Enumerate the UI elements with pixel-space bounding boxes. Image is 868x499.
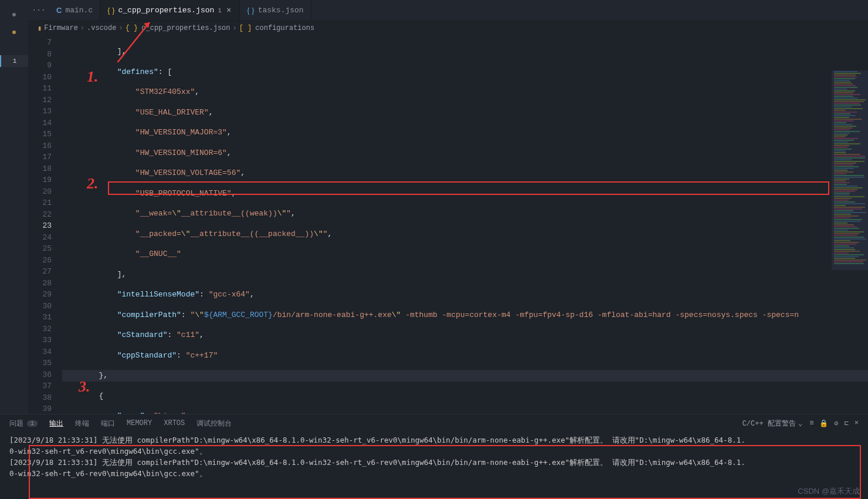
tab-main-c[interactable]: C main.c — [49, 0, 100, 21]
panel-tab-debug[interactable]: 调试控制台 — [196, 419, 232, 429]
panel-tab-problems[interactable]: 问题 1 — [9, 419, 38, 429]
open-editor-indicator[interactable]: 1 — [0, 55, 28, 67]
panel-tab-terminal[interactable]: 终端 — [75, 419, 89, 429]
breadcrumb-item[interactable]: configurations — [255, 24, 314, 32]
annotation-3: 3. — [79, 378, 90, 396]
output-channel-dropdown[interactable]: C/C++ 配置警告 ⌄ — [742, 419, 802, 429]
panel-tabs: 问题 1 输出 终端 端口 MEMORY XRTOS 调试控制台 C/C++ 配… — [0, 414, 868, 432]
json-icon: { } — [247, 6, 254, 15]
minimap[interactable] — [832, 70, 868, 270]
output-line: 0-win32-seh-rt_v6-rev0\mingw64\bin\gcc.e… — [9, 446, 859, 457]
breadcrumb-item[interactable]: c_cpp_properties.json — [141, 24, 230, 32]
panel-tab-ports[interactable]: 端口 — [101, 419, 115, 429]
output-content[interactable]: [2023/9/18 21:33:31] 无法使用 compilerPath"D… — [0, 432, 868, 499]
breadcrumb-item[interactable]: Firmware — [44, 24, 78, 32]
array-icon: [ ] — [239, 24, 252, 32]
tab-badge: 1 — [218, 7, 222, 14]
breadcrumb-item[interactable]: .vscode — [87, 24, 116, 32]
panel-tab-memory[interactable]: MEMORY — [127, 419, 152, 427]
c-icon: C — [56, 6, 62, 15]
activity-indicator — [12, 31, 16, 34]
tab-tasks-json[interactable]: { } tasks.json — [240, 0, 311, 21]
output-line: 0-win32-seh-rt_v6-rev0\mingw64\bin\gcc.e… — [9, 468, 859, 479]
folder-icon: ▮ — [38, 24, 42, 33]
bottom-panel: 问题 1 输出 终端 端口 MEMORY XRTOS 调试控制台 C/C++ 配… — [0, 414, 868, 499]
line-gutter: 7891011121314151617181920212223242526272… — [28, 35, 62, 414]
activity-indicator — [12, 13, 16, 16]
lock-icon[interactable]: 🔒 — [819, 419, 828, 428]
code-content[interactable]: ], "defines": [ "STM32F405xx", "USE_HAL_… — [62, 35, 868, 414]
panel-tab-output[interactable]: 输出 — [49, 419, 63, 429]
breadcrumb[interactable]: ▮ Firmware › .vscode › { } c_cpp_propert… — [28, 21, 868, 35]
close-icon[interactable]: × — [225, 6, 232, 15]
clear-icon[interactable]: ⊘ — [834, 419, 838, 428]
tab-label: tasks.json — [258, 6, 304, 15]
watermark: CSDN @嘉禾天成 — [798, 486, 860, 497]
editor[interactable]: 7891011121314151617181920212223242526272… — [28, 35, 868, 414]
activity-bar: 1 — [0, 0, 28, 414]
annotation-1: 1. — [87, 68, 99, 86]
json-icon: { } — [107, 6, 114, 15]
menu-button[interactable]: ··· — [28, 0, 49, 21]
annotation-2: 2. — [87, 175, 99, 193]
panel-tab-xrtos[interactable]: XRTOS — [164, 419, 185, 427]
maximize-icon[interactable]: ⊏ — [845, 419, 849, 428]
close-icon[interactable]: × — [855, 419, 859, 428]
json-icon: { } — [126, 24, 138, 32]
settings-icon[interactable]: ≡ — [809, 419, 813, 428]
tab-bar: ··· C main.c { } c_cpp_properties.json 1… — [28, 0, 868, 21]
chevron-down-icon: ⌄ — [798, 419, 802, 428]
problems-count: 1 — [27, 420, 38, 427]
tab-label: c_cpp_properties.json — [118, 6, 215, 15]
tab-label: main.c — [65, 6, 93, 15]
output-line: [2023/9/18 21:33:31] 无法使用 compilerPath"D… — [9, 434, 859, 446]
tab-c-cpp-properties[interactable]: { } c_cpp_properties.json 1 × — [100, 0, 240, 21]
output-line: [2023/9/18 21:33:31] 无法使用 compilerPath"D… — [9, 457, 859, 468]
